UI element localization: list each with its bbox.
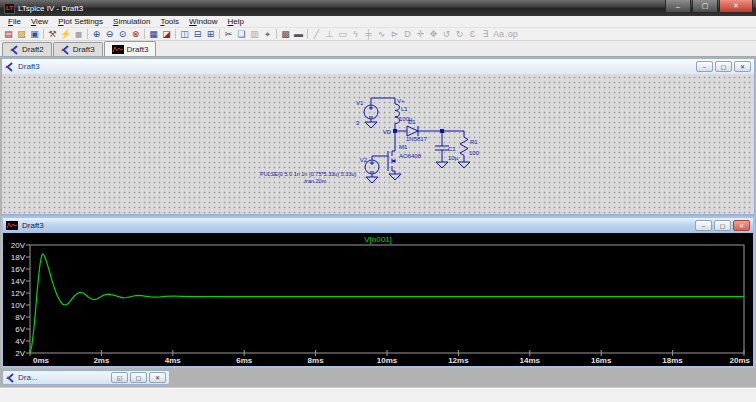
waveform-icon — [112, 45, 124, 54]
close-button[interactable]: ✕ — [719, 0, 753, 13]
schematic-maximize-button[interactable]: ▢ — [715, 61, 732, 72]
toolbar-spice-directive-icon[interactable]: .op — [505, 28, 518, 40]
y-axis-tick-label: 10V — [11, 301, 26, 310]
toolbar-place-resistor-icon[interactable]: ϟ — [349, 28, 362, 40]
value-r1: 100 — [469, 150, 480, 156]
toolbar-separator — [144, 29, 145, 39]
schematic-titlebar[interactable]: Draft3 – ▢ ✕ — [2, 59, 754, 74]
toolbar-separator — [87, 29, 88, 39]
label-r1: R1 — [470, 139, 478, 145]
menu-plot-settings[interactable]: Plot Settings — [53, 17, 108, 26]
toolbar-text-icon[interactable]: Aa — [492, 28, 505, 40]
x-axis-tick-label: 4ms — [165, 356, 182, 365]
label-l1: L1 — [401, 106, 408, 112]
toolbar-open-file-icon[interactable]: ▨ — [15, 28, 28, 40]
toolbar-run-icon[interactable]: ⚡ — [59, 28, 72, 40]
titlebar[interactable]: LT LTspice IV - Draft3 – ▢ ✕ — [0, 0, 756, 16]
minimized-restore-button[interactable]: ◱ — [111, 372, 128, 383]
toolbar-zoom-full-extents-icon[interactable]: ⊙ — [116, 28, 129, 40]
trace-label[interactable]: V[n001] — [3, 235, 753, 244]
schematic-minimize-button[interactable]: – — [696, 61, 713, 72]
model-m1: AO6408 — [399, 153, 422, 159]
toolbar-save-icon[interactable]: ▣ — [28, 28, 41, 40]
toolbar-mirror-icon[interactable]: ∃ — [479, 28, 492, 40]
waveform-maximize-button[interactable]: ▢ — [714, 220, 731, 231]
toolbar-spice-netlist-icon[interactable]: ▦ — [147, 28, 160, 40]
minimized-maximize-button[interactable]: ▢ — [130, 372, 147, 383]
minimized-window[interactable]: Dra... ◱ ▢ ✕ — [2, 370, 170, 385]
toolbar-print-icon[interactable]: ▬ — [292, 28, 305, 40]
toolbar-place-component-icon[interactable]: D — [401, 28, 414, 40]
toolbar-move-icon[interactable]: ✛ — [414, 28, 427, 40]
x-axis-tick-label: 8ms — [308, 356, 325, 365]
tab-label: Draft3 — [127, 45, 149, 54]
toolbar-undo-icon[interactable]: ↺ — [440, 28, 453, 40]
tab-draft3-waveform[interactable]: Draft3 — [104, 41, 157, 56]
wire-vd-m1-drain — [392, 131, 395, 151]
toolbar-new-schematic-icon[interactable]: ▤ — [2, 28, 15, 40]
toolbar-waveform-pane-icon[interactable]: ◪ — [160, 28, 173, 40]
resistor-r1[interactable] — [460, 137, 468, 156]
label-m1: M1 — [399, 144, 408, 150]
v1-polarity-marks — [369, 106, 373, 117]
x-axis-tick-label: 16ms — [591, 356, 612, 365]
menu-simulation[interactable]: Simulation — [108, 17, 155, 26]
toolbar-cascade-windows-icon[interactable]: ⊞ — [204, 28, 217, 40]
toolbar-separator — [175, 29, 176, 39]
waveform-titlebar[interactable]: Draft3 – ▢ ✕ — [3, 218, 753, 233]
minimized-close-button[interactable]: ✕ — [149, 372, 166, 383]
toolbar-copy-bitmap-icon[interactable]: ▩ — [279, 28, 292, 40]
y-axis-tick-label: 14V — [11, 277, 26, 286]
toolbar-redo-icon[interactable]: ↻ — [453, 28, 466, 40]
waveform-minimize-button[interactable]: – — [695, 220, 712, 231]
waveform-trace — [30, 254, 744, 353]
menu-file[interactable]: File — [3, 17, 26, 26]
x-axis-tick-label: 6ms — [236, 356, 253, 365]
capacitor-c1[interactable] — [435, 146, 449, 150]
toolbar-drag-icon[interactable]: ✥ — [427, 28, 440, 40]
toolbar-place-diode-icon[interactable]: ⊳ — [388, 28, 401, 40]
toolbar-tile-horizontally-icon[interactable]: ⊟ — [191, 28, 204, 40]
ground-symbol-r1 — [458, 162, 470, 168]
toolbar-draw-wire-icon[interactable]: ╱ — [310, 28, 323, 40]
waveform-plot[interactable]: 20V18V16V14V12V10V8V6V4V2V0ms2ms4ms6ms8m… — [3, 234, 753, 367]
node-label-vd: VD — [383, 129, 392, 135]
toolbar-halt-icon[interactable]: ◼ — [72, 28, 85, 40]
tab-label: Draft3 — [73, 45, 95, 54]
toolbar-tile-vertically-icon[interactable]: ◫ — [178, 28, 191, 40]
label-c1: C1 — [448, 146, 456, 152]
tab-draft2[interactable]: Draft2 — [2, 42, 52, 56]
menu-window[interactable]: Window — [184, 17, 222, 26]
toolbar-place-inductor-icon[interactable]: ∿ — [375, 28, 388, 40]
schematic-close-button[interactable]: ✕ — [734, 61, 751, 72]
label-v2: V2 — [360, 157, 368, 163]
toolbar-copy-icon[interactable]: ❏ — [235, 28, 248, 40]
circuit-drawing: V1 3 V+ L1 100µ VD D1 1N5817 C1 10µ R1 1… — [2, 75, 754, 214]
menu-help[interactable]: Help — [223, 17, 249, 26]
schematic-canvas[interactable]: V1 3 V+ L1 100µ VD D1 1N5817 C1 10µ R1 1… — [2, 75, 754, 214]
toolbar-place-ground-icon[interactable]: ⊥ — [323, 28, 336, 40]
toolbar-separator — [276, 29, 277, 39]
toolbar-place-capacitor-icon[interactable]: ╪ — [362, 28, 375, 40]
toolbar-zoom-in-icon[interactable]: ⊕ — [90, 28, 103, 40]
wire-v2-gate — [372, 156, 388, 160]
minimize-button[interactable]: – — [665, 0, 691, 13]
toolbar-find-icon[interactable]: ⌖ — [261, 28, 274, 40]
schematic-title: Draft3 — [18, 62, 40, 71]
wire-v1-to-vplus — [371, 98, 395, 105]
menu-view[interactable]: View — [26, 17, 53, 26]
toolbar-control-panel-icon[interactable]: ⚒ — [46, 28, 59, 40]
waveform-close-button[interactable]: ✕ — [733, 220, 750, 231]
toolbar-zoom-area-icon[interactable]: ⊗ — [129, 28, 142, 40]
statusbar — [0, 388, 756, 402]
toolbar-zoom-back-icon[interactable]: ⊖ — [103, 28, 116, 40]
toolbar-rotate-icon[interactable]: Ɛ — [466, 28, 479, 40]
toolbar-cut-icon[interactable]: ✂ — [222, 28, 235, 40]
maximize-button[interactable]: ▢ — [692, 0, 718, 13]
menu-tools[interactable]: Tools — [155, 17, 184, 26]
tab-draft3-schematic[interactable]: Draft3 — [53, 42, 103, 56]
x-axis-tick-label: 12ms — [448, 356, 469, 365]
diode-d1[interactable] — [407, 126, 418, 136]
toolbar-place-label-icon[interactable]: ▭ — [336, 28, 349, 40]
toolbar-paste-icon[interactable]: ▥ — [248, 28, 261, 40]
